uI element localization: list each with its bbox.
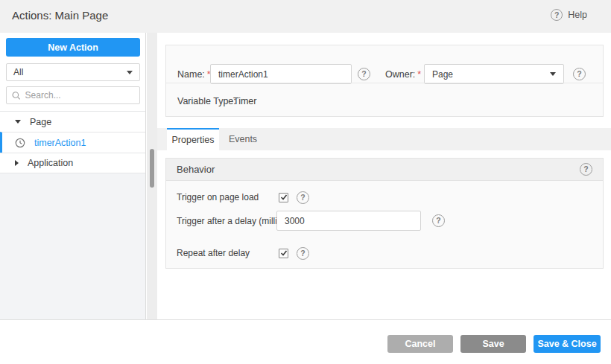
- tree-item-label: timerAction1: [34, 138, 86, 148]
- repeat-after-delay-help-icon[interactable]: ?: [297, 247, 309, 260]
- tree-group-label: Application: [28, 158, 73, 168]
- tab-strip: Properties Events: [157, 128, 611, 150]
- search-icon: [12, 91, 21, 100]
- actions-sidebar: New Action All Page: [0, 33, 146, 319]
- vertical-scrollbar[interactable]: [147, 33, 157, 319]
- name-help-icon[interactable]: ?: [358, 68, 370, 80]
- behavior-panel: Behavior ? Trigger on page load ? Trigge…: [165, 158, 604, 269]
- name-field[interactable]: [210, 64, 352, 84]
- tree-item-timeraction1[interactable]: timerAction1: [0, 132, 145, 153]
- repeat-after-delay-checkbox[interactable]: [279, 249, 288, 258]
- owner-dropdown[interactable]: Page: [424, 64, 564, 84]
- filter-dropdown-value: All: [13, 67, 23, 77]
- chevron-down-icon: [127, 71, 133, 74]
- trigger-on-page-load-checkbox[interactable]: [279, 193, 288, 202]
- owner-help-icon[interactable]: ?: [573, 68, 586, 80]
- scrollbar-thumb[interactable]: [150, 149, 154, 188]
- cancel-button[interactable]: Cancel: [387, 335, 453, 353]
- tree-group-label: Page: [30, 117, 51, 127]
- variable-type-value: Timer: [233, 96, 256, 106]
- repeat-after-delay-label: Repeat after delay: [177, 248, 276, 258]
- expand-collapse-icon[interactable]: [15, 120, 21, 124]
- trigger-after-delay-label: Trigger after a delay (millisec...: [177, 216, 276, 226]
- check-icon: [280, 194, 288, 201]
- actions-dialog: Actions: Main Page ? Help New Action All: [0, 0, 611, 364]
- owner-dropdown-value: Page: [432, 69, 453, 80]
- chevron-down-icon: [550, 72, 556, 76]
- filter-dropdown[interactable]: All: [6, 63, 140, 81]
- save-and-close-button[interactable]: Save & Close: [534, 335, 601, 353]
- required-marker: *: [417, 69, 421, 80]
- tab-events[interactable]: Events: [219, 128, 267, 150]
- search-box: [6, 86, 140, 104]
- trigger-on-page-load-help-icon[interactable]: ?: [297, 191, 309, 204]
- variable-type-label: Variable Type:: [177, 96, 236, 106]
- clock-icon: [15, 138, 25, 148]
- tab-properties[interactable]: Properties: [167, 128, 219, 150]
- trigger-on-page-load-row: Trigger on page load ?: [177, 188, 309, 207]
- dialog-header: Actions: Main Page ? Help: [0, 0, 611, 33]
- trigger-after-delay-help-icon[interactable]: ?: [432, 214, 445, 227]
- repeat-after-delay-row: Repeat after delay ?: [177, 243, 309, 263]
- trigger-on-page-load-label: Trigger on page load: [177, 192, 276, 202]
- tree-group-application[interactable]: Application: [0, 153, 145, 173]
- trigger-after-delay-row: Trigger after a delay (millisec... ?: [177, 211, 445, 231]
- search-input[interactable]: [25, 90, 134, 100]
- new-action-button[interactable]: New Action: [6, 38, 140, 57]
- behavior-title: Behavior: [177, 164, 215, 175]
- divider: [166, 83, 603, 83]
- action-summary-form: Name:* ? Owner:* Page ? Variable Type: T…: [165, 45, 604, 117]
- help-button[interactable]: ? Help: [551, 9, 587, 21]
- behavior-panel-header: Behavior ?: [166, 159, 603, 181]
- actions-tree: Page timerAction1 Application: [0, 111, 145, 173]
- name-label: Name:*: [177, 69, 211, 80]
- expand-collapse-icon[interactable]: [15, 160, 19, 166]
- help-circle-icon: ?: [551, 9, 563, 21]
- save-button[interactable]: Save: [460, 335, 526, 353]
- owner-label: Owner:*: [385, 69, 421, 80]
- tree-group-page[interactable]: Page: [0, 111, 145, 132]
- behavior-help-icon[interactable]: ?: [580, 163, 592, 176]
- help-label: Help: [568, 10, 587, 20]
- dialog-footer: Cancel Save Save & Close: [0, 320, 611, 364]
- sidebar-controls: New Action All: [0, 33, 145, 111]
- page-title: Actions: Main Page: [12, 9, 108, 22]
- delay-milliseconds-field[interactable]: [276, 211, 421, 231]
- action-editor: Name:* ? Owner:* Page ? Variable Type: T…: [157, 33, 611, 319]
- check-icon: [280, 249, 288, 257]
